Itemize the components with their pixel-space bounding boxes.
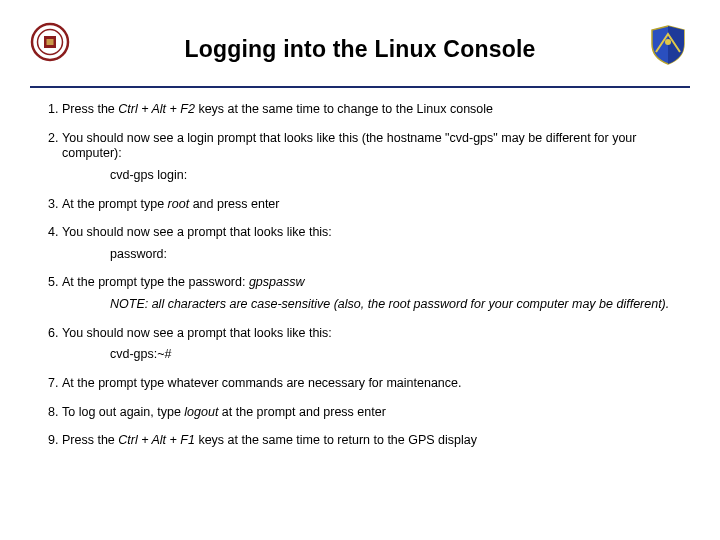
- shield-icon: [646, 22, 690, 69]
- slide-header: Logging into the Linux Console: [30, 18, 690, 82]
- step-3-text-b: and press enter: [189, 197, 279, 211]
- step-4: You should now see a prompt that looks l…: [62, 225, 690, 262]
- step-4-prompt: password:: [110, 247, 690, 263]
- step-6-prompt: cvd-gps:~#: [110, 347, 690, 363]
- step-2: You should now see a login prompt that l…: [62, 131, 690, 184]
- step-5: At the prompt type the password: gpspass…: [62, 275, 690, 312]
- step-4-text: You should now see a prompt that looks l…: [62, 225, 332, 239]
- step-7-text: At the prompt type whatever commands are…: [62, 376, 462, 390]
- step-3-root: root: [168, 197, 190, 211]
- step-5-note: NOTE: all characters are case-sensitive …: [110, 297, 690, 313]
- step-3-text-a: At the prompt type: [62, 197, 168, 211]
- step-9-text-b: keys at the same time to return to the G…: [198, 433, 477, 447]
- step-8: To log out again, type logout at the pro…: [62, 405, 690, 421]
- step-6: You should now see a prompt that looks l…: [62, 326, 690, 363]
- step-1-text-b: keys at the same time to change to the L…: [195, 102, 493, 116]
- step-9-keycombo: Ctrl + Alt + F1: [118, 433, 198, 447]
- step-7: At the prompt type whatever commands are…: [62, 376, 690, 392]
- svg-rect-3: [47, 39, 54, 45]
- step-8-cmd: logout: [184, 405, 218, 419]
- step-3: At the prompt type root and press enter: [62, 197, 690, 213]
- step-2-prompt: cvd-gps login:: [110, 168, 690, 184]
- step-9: Press the Ctrl + Alt + F1 keys at the sa…: [62, 433, 690, 449]
- step-1-keycombo: Ctrl + Alt + F2: [118, 102, 195, 116]
- step-8-text-b: at the prompt and press enter: [218, 405, 385, 419]
- header-divider: [30, 86, 690, 88]
- step-2-text: You should now see a login prompt that l…: [62, 131, 636, 161]
- page-title: Logging into the Linux Console: [30, 18, 690, 63]
- step-5-password: gpspassw: [249, 275, 305, 289]
- step-8-text-a: To log out again, type: [62, 405, 184, 419]
- step-6-text: You should now see a prompt that looks l…: [62, 326, 332, 340]
- step-1-text-a: Press the: [62, 102, 118, 116]
- instruction-list: Press the Ctrl + Alt + F2 keys at the sa…: [30, 102, 690, 449]
- step-5-text-a: At the prompt type the password:: [62, 275, 249, 289]
- seal-icon: [30, 22, 70, 65]
- svg-point-4: [665, 39, 671, 45]
- slide: Logging into the Linux Console Press the…: [0, 0, 720, 540]
- step-1: Press the Ctrl + Alt + F2 keys at the sa…: [62, 102, 690, 118]
- step-9-text-a: Press the: [62, 433, 118, 447]
